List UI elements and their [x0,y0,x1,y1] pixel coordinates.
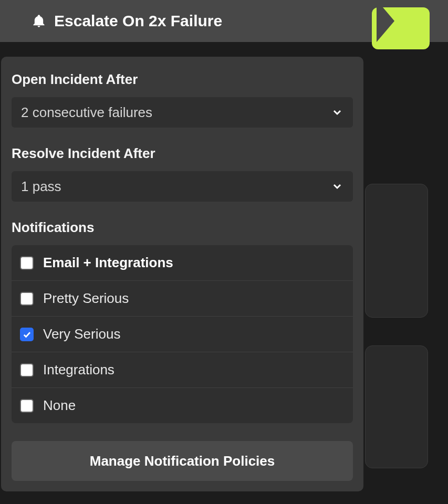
open-incident-select[interactable]: 2 consecutive failures [12,97,353,128]
header-title: Escalate On 2x Failure [54,12,387,30]
checkbox[interactable] [20,328,34,341]
background-panel-1 [365,184,428,318]
resolve-incident-select[interactable]: 1 pass [12,171,353,202]
manage-policies-button[interactable]: Manage Notification Policies [12,441,353,481]
notification-item[interactable]: None [12,388,353,423]
notification-item[interactable]: Email + Integrations [12,245,353,281]
open-incident-label: Open Incident After [12,71,353,88]
resolve-incident-label: Resolve Incident After [12,145,353,162]
checkbox[interactable] [20,363,34,377]
open-incident-value: 2 consecutive failures [21,104,152,121]
chevron-down-icon [331,180,343,193]
notification-item[interactable]: Very Serious [12,317,353,352]
resolve-incident-value: 1 pass [21,178,61,195]
notifications-list: Email + IntegrationsPretty SeriousVery S… [12,245,353,423]
checkbox[interactable] [20,399,34,413]
arrow-tail [377,0,394,42]
background-panel-2 [365,345,428,468]
header-bar[interactable]: Escalate On 2x Failure [0,0,448,42]
notification-label: Pretty Serious [43,290,129,307]
notification-label: None [43,397,76,414]
notification-item[interactable]: Pretty Serious [12,281,353,317]
checkbox[interactable] [20,256,34,270]
notification-label: Email + Integrations [43,255,173,271]
notification-label: Very Serious [43,326,120,342]
notification-label: Integrations [43,362,114,378]
chevron-down-icon [331,106,343,119]
notifications-label: Notifications [12,219,353,236]
settings-card: Open Incident After 2 consecutive failur… [1,57,363,491]
checkbox[interactable] [20,292,34,306]
notification-item[interactable]: Integrations [12,352,353,388]
bell-icon [32,14,46,28]
